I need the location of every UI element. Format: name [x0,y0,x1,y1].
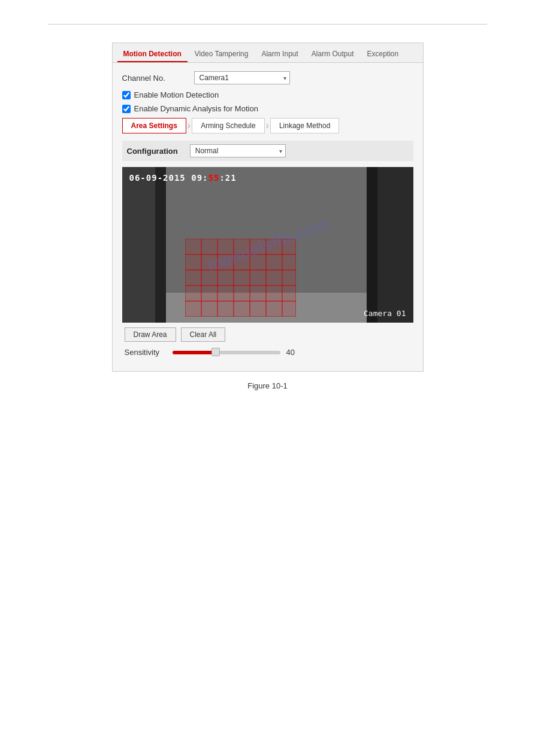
tab-motion-detection[interactable]: Motion Detection [117,47,188,62]
channel-label: Channel No. [122,74,194,83]
enable-motion-label: Enable Motion Detection [134,90,219,99]
enable-motion-checkbox[interactable] [122,91,131,99]
sensitivity-slider-fill [173,351,216,354]
sub-tab-area-settings[interactable]: Area Settings [122,118,186,133]
figure-caption: Figure 10-1 [247,381,287,390]
button-row: Draw Area Clear All [122,327,413,342]
channel-row: Channel No. Camera1 [122,71,413,84]
channel-select[interactable]: Camera1 [194,71,290,84]
sub-tab-bar: Area Settings › Arming Schedule › Linkag… [122,118,413,133]
sensitivity-slider-track[interactable] [173,351,280,354]
page-wrapper: Motion Detection Video Tampering Alarm I… [0,0,535,414]
sensitivity-label: Sensitivity [125,348,167,357]
config-select-container: Normal Expert [190,144,286,157]
top-divider [48,24,487,25]
config-row: Configuration Normal Expert [122,141,413,161]
tab-alarm-input[interactable]: Alarm Input [255,47,304,62]
cam-bg-left [122,167,155,323]
config-select[interactable]: Normal Expert [190,144,286,157]
form-area: Channel No. Camera1 Enable Motion Detect… [113,63,423,371]
camera-timestamp: 06-09-2015 09:55:21 [129,173,237,183]
camera-label: Camera 01 [364,309,406,318]
sensitivity-slider-thumb[interactable] [211,348,220,356]
timestamp-seconds: :21 [219,173,236,183]
sub-tab-linkage-method[interactable]: Linkage Method [270,118,339,133]
sensitivity-row: Sensitivity 40 [122,348,413,363]
tab-alarm-output[interactable]: Alarm Output [306,47,360,62]
sub-tab-arming-schedule[interactable]: Arming Schedule [192,118,264,133]
cam-door-left [155,167,166,323]
tab-video-tampering[interactable]: Video Tampering [189,47,255,62]
enable-dynamic-checkbox[interactable] [122,105,131,113]
arrow-2: › [266,120,269,131]
tab-exception[interactable]: Exception [361,47,405,62]
cam-bg-right [377,167,413,323]
arrow-1: › [188,120,191,131]
timestamp-date: 06-09-2015 09: [129,173,208,183]
enable-dynamic-label: Enable Dynamic Analysis for Motion [134,104,258,113]
cam-door-right [367,167,377,323]
draw-area-button[interactable]: Draw Area [125,327,176,342]
channel-select-container: Camera1 [194,71,290,84]
svg-rect-0 [185,239,296,317]
tab-bar: Motion Detection Video Tampering Alarm I… [113,43,423,63]
enable-motion-row: Enable Motion Detection [122,90,413,99]
sensitivity-value: 40 [286,348,301,357]
timestamp-highlight: 55 [208,173,220,183]
red-grid [185,239,296,317]
clear-all-button[interactable]: Clear All [181,327,226,342]
dialog-box: Motion Detection Video Tampering Alarm I… [112,42,424,372]
enable-dynamic-row: Enable Dynamic Analysis for Motion [122,104,413,113]
camera-feed: 06-09-2015 09:55:21 Camera 01 manualslib… [122,167,413,323]
config-label: Configuration [127,147,178,156]
